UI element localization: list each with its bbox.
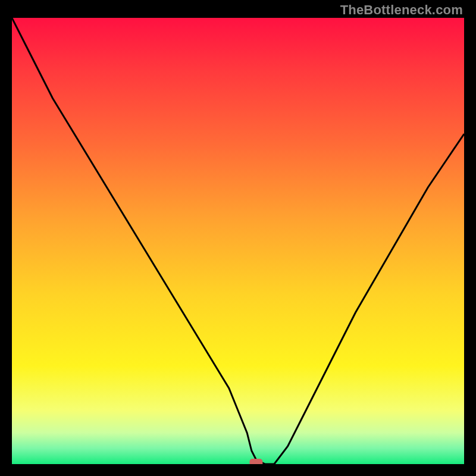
watermark-text: TheBottleneck.com [340,2,463,18]
plot-svg [12,18,464,464]
optimal-marker [249,459,262,464]
plot-area [12,18,464,464]
chart-frame: TheBottleneck.com [0,0,476,476]
